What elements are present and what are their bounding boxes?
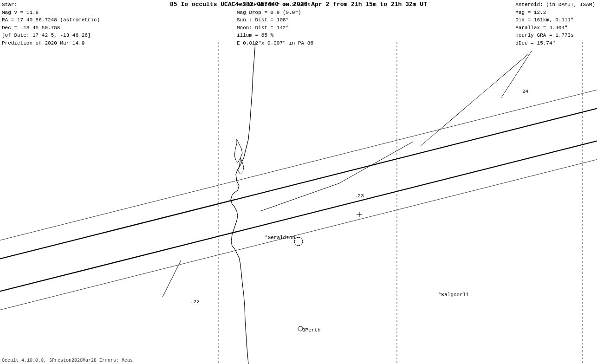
svg-line-11 <box>420 53 529 146</box>
time-22: .22 <box>190 299 200 305</box>
credits: Occult 4.10.0.0, SPreston2020Mar28 Error… <box>2 358 133 363</box>
kalgoorli-label: °Kalgoorli <box>438 292 469 298</box>
perth-label: OPerth <box>302 327 321 333</box>
time-23: .23 <box>355 193 364 199</box>
svg-line-4 <box>0 139 597 292</box>
svg-line-5 <box>0 88 597 241</box>
svg-line-7 <box>162 260 181 297</box>
svg-line-9 <box>339 142 413 183</box>
time-24: 24 <box>522 89 529 94</box>
map-svg: °Geraldton OPerth °Kalgoorli .22 .23 24 <box>0 0 597 364</box>
geraldton-label: °Geraldton <box>265 235 295 240</box>
svg-line-6 <box>0 158 597 311</box>
svg-line-8 <box>260 183 339 211</box>
bottom-left-panel: Occult 4.10.0.0, SPreston2020Mar28 Error… <box>2 358 133 363</box>
svg-point-14 <box>294 237 303 246</box>
